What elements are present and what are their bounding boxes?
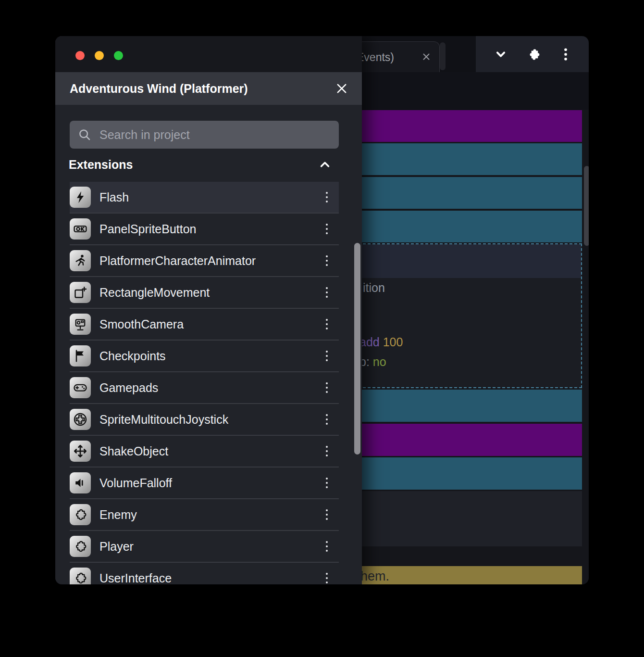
event-conditions-header: [354, 244, 581, 278]
kebab-icon[interactable]: [326, 319, 328, 329]
panel-scrollbar[interactable]: [354, 243, 360, 455]
event-block[interactable]: [353, 424, 582, 456]
event-text-fragment: ition: [363, 281, 385, 295]
event-block[interactable]: [353, 177, 582, 209]
gamepad-icon: [70, 377, 91, 398]
kebab-icon[interactable]: [326, 573, 328, 583]
flag-icon: [70, 345, 91, 366]
extensions-list: FlashPanelSpriteButtonPlatformerCharacte…: [70, 182, 339, 584]
chevron-up-icon[interactable]: [318, 157, 332, 172]
kebab-icon[interactable]: [326, 382, 328, 393]
extension-row[interactable]: RectangleMovement: [70, 277, 339, 309]
flash-icon: [70, 187, 91, 208]
extension-label: Player: [99, 540, 134, 554]
runner-icon: [70, 250, 91, 271]
extension-row[interactable]: Enemy: [70, 499, 339, 531]
selected-event-block[interactable]: itionadd 100p: no: [353, 243, 582, 388]
extension-label: VolumeFalloff: [99, 476, 172, 490]
extension-label: Flash: [99, 190, 129, 204]
minimize-traffic-light[interactable]: [95, 51, 104, 60]
extensions-section-label: Extensions: [69, 158, 133, 172]
volume-icon: [70, 472, 91, 493]
kebab-icon[interactable]: [326, 287, 328, 298]
kebab-icon[interactable]: [326, 541, 328, 552]
panel-header: Adventurous Wind (Platformer): [55, 72, 362, 105]
event-block[interactable]: [353, 143, 582, 175]
extension-label: Gamepads: [99, 381, 158, 395]
rectangle-plus-icon: [70, 282, 91, 303]
extension-row[interactable]: Player: [70, 531, 339, 563]
event-block[interactable]: [353, 110, 582, 142]
event-block[interactable]: [353, 457, 582, 490]
extensions-puzzle-icon[interactable]: [525, 46, 543, 63]
kebab-icon[interactable]: [326, 255, 328, 266]
event-param-fragment: p: no: [359, 355, 386, 369]
tab-label: Events): [357, 51, 394, 64]
puzzle-icon: [70, 536, 91, 557]
search-input[interactable]: [99, 127, 312, 142]
extension-label: RectangleMovement: [99, 286, 210, 300]
tab-close-icon[interactable]: [421, 51, 432, 62]
extension-row[interactable]: Gamepads: [70, 372, 339, 404]
close-traffic-light[interactable]: [75, 51, 85, 60]
event-block[interactable]: [353, 211, 582, 242]
comment-text-fragment: hem.: [360, 569, 389, 584]
extension-row[interactable]: Flash: [70, 182, 339, 214]
extension-row[interactable]: VolumeFalloff: [70, 467, 339, 499]
events-scrollbar[interactable]: [584, 166, 589, 246]
event-block[interactable]: [353, 390, 582, 422]
kebab-icon[interactable]: [326, 351, 328, 361]
tab-separator: [440, 42, 446, 70]
event-action-fragment: add 100: [359, 335, 403, 349]
extension-label: PanelSpriteButton: [99, 222, 197, 236]
kebab-icon[interactable]: [326, 509, 328, 520]
ok-button-icon: [70, 218, 91, 240]
puzzle-icon: [70, 504, 91, 525]
panel-close-icon[interactable]: [335, 82, 348, 95]
extension-row[interactable]: PlatformerCharacterAnimator: [70, 245, 339, 277]
project-manager-panel: Adventurous Wind (Platformer) Extensions…: [55, 36, 362, 584]
extension-label: ShakeObject: [99, 444, 168, 458]
kebab-icon[interactable]: [326, 446, 328, 456]
chevron-down-icon[interactable]: [493, 46, 509, 63]
kebab-icon[interactable]: [559, 46, 572, 63]
window-controls-cluster: [476, 36, 589, 72]
macos-titlebar: [55, 36, 362, 72]
event-block[interactable]: [353, 491, 582, 546]
kebab-icon[interactable]: [326, 224, 328, 234]
joystick-icon: [70, 409, 91, 430]
puzzle-icon: [70, 568, 91, 584]
extension-row[interactable]: ShakeObject: [70, 436, 339, 467]
extension-row[interactable]: PanelSpriteButton: [70, 214, 339, 245]
kebab-icon[interactable]: [326, 478, 328, 488]
zoom-traffic-light[interactable]: [114, 51, 123, 60]
extension-label: UserInterface: [99, 571, 172, 585]
extension-row[interactable]: Checkpoints: [70, 341, 339, 372]
extension-label: Enemy: [99, 508, 137, 522]
extension-label: PlatformerCharacterAnimator: [99, 254, 256, 268]
extension-label: SpriteMultitouchJoystick: [99, 413, 228, 427]
kebab-icon[interactable]: [326, 192, 328, 202]
app-window: Events): [55, 36, 589, 584]
comment-block[interactable]: hem.: [353, 566, 582, 584]
search-bar[interactable]: [70, 121, 339, 149]
search-icon: [77, 127, 92, 142]
extension-row[interactable]: UserInterface: [70, 563, 339, 584]
extension-row[interactable]: SmoothCamera: [70, 309, 339, 341]
extension-label: Checkpoints: [99, 349, 166, 363]
camera-icon: [70, 314, 91, 335]
kebab-icon[interactable]: [326, 414, 328, 425]
extension-row[interactable]: SpriteMultitouchJoystick: [70, 404, 339, 436]
shake-arrows-icon: [70, 441, 91, 462]
project-title: Adventurous Wind (Platformer): [70, 82, 248, 96]
extension-label: SmoothCamera: [99, 317, 184, 331]
